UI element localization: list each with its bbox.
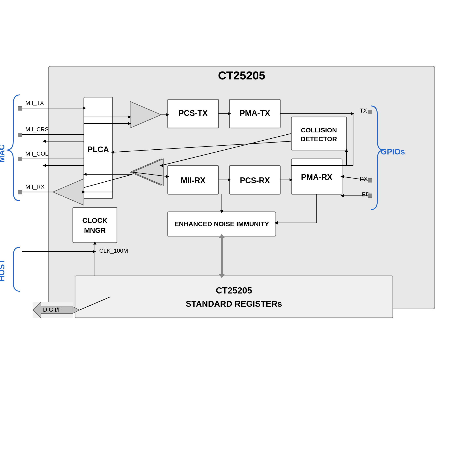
svg-rect-12 xyxy=(73,207,117,243)
registers-label2: STANDARD REGISTERs xyxy=(186,299,282,308)
svg-rect-74 xyxy=(368,110,372,114)
clk-100m-label: CLK_100M xyxy=(99,247,128,254)
clock-mngr-label1: CLOCK xyxy=(82,217,107,224)
pma-tx-label: PMA-TX xyxy=(240,109,270,118)
mii-tx-label: MII_TX xyxy=(25,100,44,106)
enhanced-noise-label: ENHANCED NOISE IMMUNITY xyxy=(174,220,269,227)
rx-signal-label: RX xyxy=(360,176,368,182)
host-label: HOST xyxy=(0,259,6,281)
plca-label: PLCA xyxy=(87,145,109,154)
svg-rect-82 xyxy=(18,133,22,137)
clock-mngr-label2: MNGR xyxy=(84,226,106,234)
mii-col-label: MII_COL xyxy=(25,150,48,157)
svg-rect-14 xyxy=(75,276,393,318)
pcs-rx-label: PCS-RX xyxy=(240,176,270,185)
mii-rx-signal-label: MII_RX xyxy=(25,183,45,190)
svg-marker-30 xyxy=(43,140,46,143)
collision-detector-label2: DETECTOR xyxy=(301,135,337,143)
tx-signal-label: TX xyxy=(360,107,367,114)
svg-rect-76 xyxy=(368,194,372,198)
svg-rect-81 xyxy=(18,106,22,110)
mac-label: MAC xyxy=(0,144,6,162)
pma-rx-label: PMA-RX xyxy=(301,172,332,182)
chip-title: CT25205 xyxy=(218,69,265,82)
collision-detector-label: COLLISION xyxy=(301,126,337,134)
svg-rect-84 xyxy=(18,190,22,194)
dig-if-label: DIG I/F xyxy=(43,306,62,313)
mii-rx-label: MII-RX xyxy=(181,176,205,185)
pcs-tx-label: PCS-TX xyxy=(179,109,208,118)
diagram-container: CT25205 PLCA PCS-TX PMA-TX MII-RX PCS-RX… xyxy=(0,0,476,476)
svg-rect-75 xyxy=(368,178,372,182)
svg-marker-34 xyxy=(43,164,46,167)
svg-rect-83 xyxy=(18,157,22,161)
mii-crs-label: MII_CRS xyxy=(25,126,49,133)
registers-label1: CT25205 xyxy=(216,286,252,295)
gpios-label: GPIOs xyxy=(381,147,405,156)
